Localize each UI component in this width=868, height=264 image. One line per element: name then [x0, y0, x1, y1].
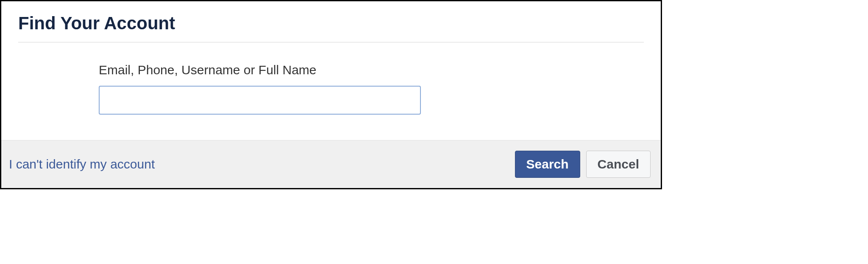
dialog-body: Email, Phone, Username or Full Name: [1, 42, 661, 140]
dialog-header: Find Your Account: [1, 1, 661, 42]
search-button[interactable]: Search: [515, 151, 580, 178]
dialog-footer: I can't identify my account Search Cance…: [1, 140, 661, 188]
footer-buttons: Search Cancel: [515, 151, 651, 178]
cant-identify-link[interactable]: I can't identify my account: [9, 157, 155, 171]
dialog-title: Find Your Account: [18, 13, 644, 34]
find-account-dialog: Find Your Account Email, Phone, Username…: [0, 0, 662, 189]
cancel-button[interactable]: Cancel: [586, 151, 651, 178]
identifier-input[interactable]: [99, 86, 421, 115]
identifier-label: Email, Phone, Username or Full Name: [99, 63, 644, 77]
